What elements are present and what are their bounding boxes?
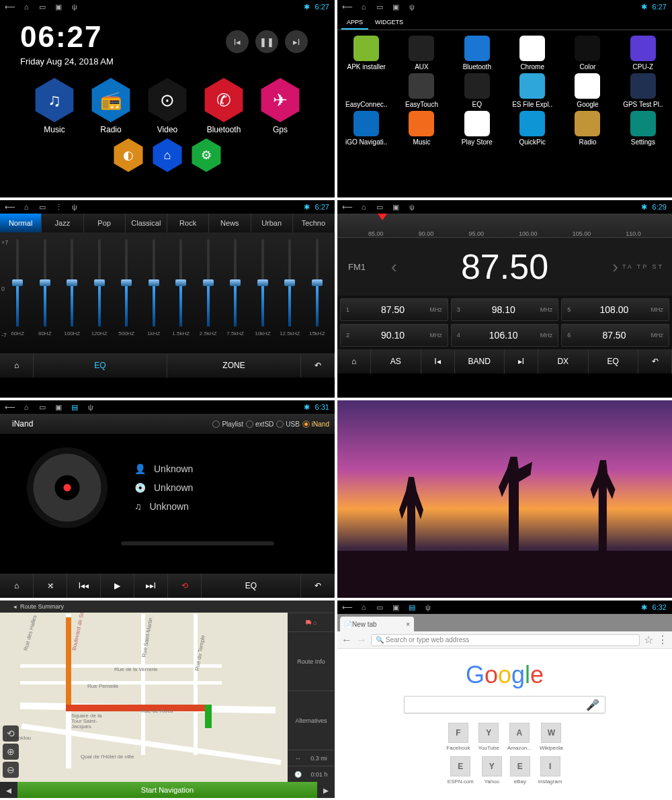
preset-4[interactable]: 4106.10MHz: [451, 324, 559, 347]
screenshot-icon[interactable]: ▣: [391, 2, 401, 11]
eq-preset-jazz[interactable]: Jazz: [42, 214, 83, 232]
eq-button[interactable]: EQ: [34, 353, 167, 377]
zone-button[interactable]: ZONE: [167, 353, 301, 377]
tile-wikipedia[interactable]: WWikipedia: [540, 723, 563, 751]
tile-youtube[interactable]: YYouTube: [478, 723, 499, 751]
eq-button[interactable]: EQ: [589, 349, 639, 373]
next-button[interactable]: ▸I: [505, 349, 538, 373]
recent-icon[interactable]: ▭: [38, 202, 47, 212]
app-eq[interactable]: EQ: [451, 73, 503, 108]
waypoint-icon[interactable]: ⛟ ⌂: [288, 613, 335, 631]
hex-shortcut-0[interactable]: ◐: [112, 138, 145, 172]
hex-shortcut-2[interactable]: ⚙: [190, 138, 223, 172]
back-icon[interactable]: ◂: [13, 603, 17, 610]
tile-facebook[interactable]: FFacebook: [446, 723, 470, 751]
recent-icon[interactable]: ▭: [375, 202, 384, 212]
prev-button[interactable]: I◂: [226, 30, 249, 53]
home-icon[interactable]: ⌂: [359, 2, 368, 11]
browser-tab[interactable]: 📄 New tab×: [340, 617, 414, 631]
app-cpu-z[interactable]: CPU-Z: [617, 36, 669, 71]
recent-icon[interactable]: ▭: [375, 2, 384, 11]
app-easytouch[interactable]: EasyTouch: [395, 73, 448, 108]
app-aux[interactable]: AUX: [395, 36, 448, 71]
recent-icon[interactable]: ▭: [375, 603, 384, 612]
eq-slider-2.5kHZ[interactable]: [207, 239, 210, 326]
tile-instagram[interactable]: IInstagram: [538, 756, 562, 785]
app-settings[interactable]: Settings: [617, 111, 669, 146]
prev-button[interactable]: I◂: [421, 349, 455, 373]
back-icon[interactable]: ⟵: [5, 2, 15, 11]
home-icon[interactable]: ⌂: [359, 202, 368, 212]
back-button[interactable]: ↶: [638, 349, 672, 373]
screenshot-icon[interactable]: ▣: [54, 402, 63, 412]
start-navigation-button[interactable]: Start Navigation: [17, 782, 317, 798]
preset-3[interactable]: 398.10MHz: [451, 298, 559, 321]
play-button[interactable]: ▶: [101, 574, 134, 598]
menu-icon[interactable]: ⋮: [657, 633, 668, 646]
nav-back-icon[interactable]: ←: [341, 634, 352, 646]
eq-preset-pop[interactable]: Pop: [84, 214, 126, 232]
back-icon[interactable]: ⟵: [5, 402, 15, 412]
app-gps-test-pl-[interactable]: GPS Test Pl..: [617, 73, 669, 108]
mic-icon[interactable]: 🎤: [586, 699, 599, 711]
seek-down-button[interactable]: ‹: [391, 257, 397, 277]
search-field[interactable]: 🎤: [404, 696, 605, 713]
band-button[interactable]: BAND: [455, 349, 505, 373]
eq-slider-1kHZ[interactable]: [153, 239, 155, 326]
source-extsd[interactable]: extSD: [246, 420, 274, 428]
hex-bluetooth[interactable]: ✆ Bluetooth: [198, 77, 249, 136]
hex-gps[interactable]: ✈ Gps: [255, 77, 306, 136]
home-icon[interactable]: ⌂: [22, 202, 31, 212]
back-icon[interactable]: ⟵: [343, 2, 352, 11]
screenshot-icon[interactable]: ▣: [391, 603, 401, 612]
hex-radio[interactable]: 📻 Radio: [85, 77, 136, 136]
eq-preset-news[interactable]: News: [209, 214, 251, 232]
source-playlist[interactable]: Playlist: [212, 420, 243, 428]
next-button[interactable]: ▸▸I: [134, 574, 168, 598]
progress-bar[interactable]: [121, 541, 274, 545]
hex-video[interactable]: ⊙ Video: [142, 77, 193, 136]
home-button[interactable]: ⌂: [0, 353, 34, 377]
shuffle-button[interactable]: ⤨: [34, 574, 67, 598]
tab-apps[interactable]: APPS: [341, 16, 368, 30]
prev-button[interactable]: I◂◂: [67, 574, 101, 598]
preset-1[interactable]: 187.50MHz: [340, 298, 448, 321]
back-icon[interactable]: ⟵: [5, 202, 15, 212]
back-icon[interactable]: ⟵: [343, 202, 352, 212]
back-button[interactable]: ↶: [301, 353, 335, 377]
zoom-out-button[interactable]: ⊖: [3, 762, 19, 778]
back-icon[interactable]: ⟵: [343, 603, 352, 612]
bookmark-icon[interactable]: ☆: [644, 633, 653, 646]
app-apk-installer[interactable]: APK installer: [340, 36, 392, 71]
prev-button[interactable]: ◂: [0, 782, 17, 798]
tile-espncom[interactable]: EESPN.com: [448, 756, 474, 785]
frequency-ruler[interactable]: 85.0090.0095.00100.00105.00110.0: [337, 214, 672, 238]
home-button[interactable]: ⌂: [337, 349, 371, 373]
hex-shortcut-1[interactable]: ⌂: [151, 138, 184, 172]
source-inand[interactable]: iNand: [302, 420, 329, 428]
eq-slider-100HZ[interactable]: [71, 239, 73, 326]
tile-amazon[interactable]: AAmazon...: [507, 723, 532, 751]
close-tab-icon[interactable]: ×: [406, 621, 410, 628]
eq-preset-urban[interactable]: Urban: [251, 214, 293, 232]
hex-music[interactable]: ♫ Music: [29, 77, 80, 136]
home-icon[interactable]: ⌂: [359, 603, 368, 612]
rotate-button[interactable]: ⟲: [3, 725, 19, 742]
preset-2[interactable]: 290.10MHz: [340, 324, 448, 347]
as-button[interactable]: AS: [371, 349, 421, 373]
app-radio[interactable]: Radio: [561, 111, 614, 146]
app-easyconnec-[interactable]: EasyConnec..: [340, 73, 392, 108]
screenshot-icon[interactable]: ▣: [391, 202, 401, 212]
preset-5[interactable]: 5108.00MHz: [561, 298, 669, 321]
app-music[interactable]: Music: [395, 111, 448, 146]
repeat-button[interactable]: ⟲: [168, 574, 202, 598]
app-color[interactable]: Color: [561, 36, 614, 71]
app-es-file-expl-[interactable]: ES File Expl..: [506, 73, 558, 108]
back-button[interactable]: ↶: [301, 574, 335, 598]
recent-icon[interactable]: ▭: [38, 2, 47, 11]
app-chrome[interactable]: Chrome: [506, 36, 558, 71]
preset-6[interactable]: 687.50MHz: [561, 324, 669, 347]
eq-slider-500HZ[interactable]: [125, 239, 128, 326]
eq-slider-1.5kHZ[interactable]: [179, 239, 182, 326]
seek-up-button[interactable]: ›: [612, 257, 618, 277]
